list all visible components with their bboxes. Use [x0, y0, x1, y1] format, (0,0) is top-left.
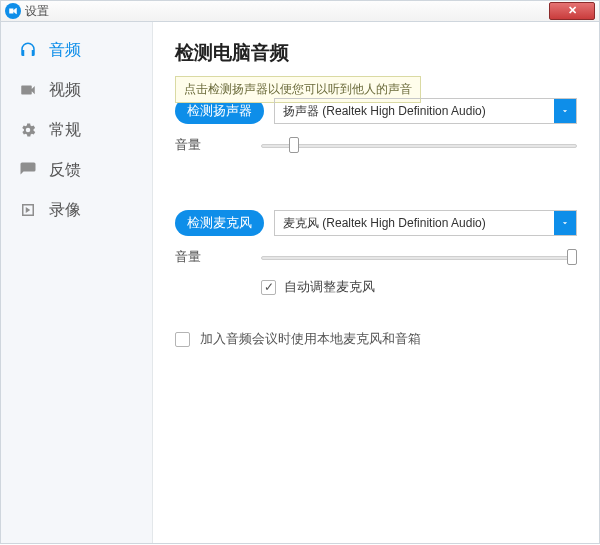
main-panel: 检测电脑音频 点击检测扬声器以便您可以听到他人的声音 检测扬声器 扬声器 (Re… — [153, 22, 599, 543]
mic-volume-slider[interactable] — [261, 249, 577, 265]
sidebar-item-label: 录像 — [49, 200, 81, 221]
join-audio-checkbox[interactable] — [175, 332, 190, 347]
auto-adjust-checkbox[interactable] — [261, 280, 276, 295]
sidebar-item-recording[interactable]: 录像 — [1, 190, 152, 230]
mic-dropdown[interactable]: 麦克风 (Realtek High Definition Audio) — [274, 210, 577, 236]
play-box-icon — [19, 201, 37, 219]
sidebar: 音频 视频 常规 反馈 录像 — [1, 22, 153, 543]
join-audio-label: 加入音频会议时使用本地麦克风和音箱 — [200, 330, 421, 348]
sidebar-item-label: 音频 — [49, 40, 81, 61]
sidebar-item-feedback[interactable]: 反馈 — [1, 150, 152, 190]
gear-icon — [19, 121, 37, 139]
titlebar: 设置 ✕ — [0, 0, 600, 22]
mic-volume-label: 音量 — [175, 248, 223, 266]
sidebar-item-label: 视频 — [49, 80, 81, 101]
test-mic-button[interactable]: 检测麦克风 — [175, 210, 264, 236]
page-title: 检测电脑音频 — [175, 40, 577, 66]
headphones-icon — [19, 41, 37, 59]
sidebar-item-video[interactable]: 视频 — [1, 70, 152, 110]
sidebar-item-general[interactable]: 常规 — [1, 110, 152, 150]
close-button[interactable]: ✕ — [549, 2, 595, 20]
comment-icon — [19, 161, 37, 179]
chevron-down-icon — [554, 211, 576, 235]
sidebar-item-audio[interactable]: 音频 — [1, 30, 152, 70]
speaker-volume-label: 音量 — [175, 136, 223, 154]
sidebar-item-label: 反馈 — [49, 160, 81, 181]
speaker-volume-slider[interactable] — [261, 137, 577, 153]
mic-selected: 麦克风 (Realtek High Definition Audio) — [283, 215, 486, 232]
video-icon — [19, 81, 37, 99]
auto-adjust-label: 自动调整麦克风 — [284, 278, 375, 296]
window-title: 设置 — [25, 3, 49, 20]
sidebar-item-label: 常规 — [49, 120, 81, 141]
speaker-dropdown[interactable]: 扬声器 (Realtek High Definition Audio) — [274, 98, 577, 124]
speaker-selected: 扬声器 (Realtek High Definition Audio) — [283, 103, 486, 120]
chevron-down-icon — [554, 99, 576, 123]
app-icon — [5, 3, 21, 19]
